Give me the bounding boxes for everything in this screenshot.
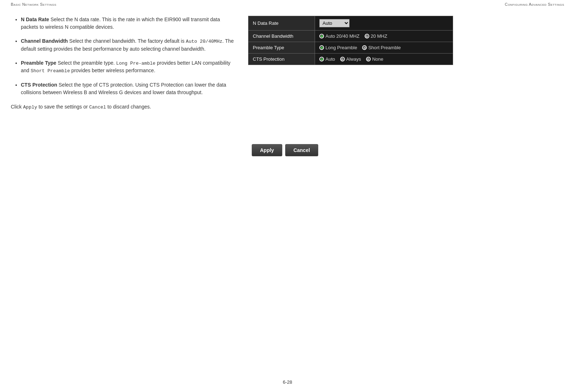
bullet2-text: Select the channel bandwidth. The factor…: [68, 38, 186, 44]
row-cts-protection: CTS Protection Auto Always: [248, 54, 453, 65]
buttons-container: Apply Cancel: [252, 144, 564, 156]
bullet2-bold: Channel Bandwidth: [21, 38, 68, 44]
label-channel-bandwidth: Channel Bandwidth: [248, 31, 315, 42]
bullet3-mono2: Short Preamble: [31, 68, 70, 74]
radio-label-short-preamble: Short Preamble: [368, 45, 401, 50]
radio-cts-none[interactable]: None: [366, 56, 383, 62]
apply-button[interactable]: Apply: [252, 144, 282, 156]
text-column: N Data Rate Select the N data rate. This…: [11, 16, 234, 156]
bullet1-bold: N Data Rate: [21, 17, 49, 22]
bullet3-bold: Preamble Type: [21, 60, 56, 66]
radio-cts-auto[interactable]: Auto: [319, 56, 335, 62]
row-n-data-rate: N Data Rate Auto 1 Mbps 2 Mbps 5.5 Mbps …: [248, 16, 453, 31]
radio-dot-20-mhz: [365, 34, 369, 38]
bullet-list: N Data Rate Select the N data rate. This…: [11, 16, 234, 96]
value-cts-protection: Auto Always None: [315, 54, 453, 65]
bullet-item-4: CTS Protection Select the type of CTS pr…: [21, 81, 234, 96]
bullet-item-3: Preamble Type Select the preamble type. …: [21, 59, 234, 75]
channel-bandwidth-radio-group: Auto 20/40 MHZ 20 MHZ: [319, 33, 448, 39]
footer-mono1: Apply: [23, 105, 37, 110]
value-preamble-type: Long Preamble Short Preamble: [315, 42, 453, 54]
radio-label-cts-none: None: [372, 56, 383, 62]
footer-mono2: Cancel: [89, 105, 106, 110]
radio-label-20-mhz: 20 MHZ: [371, 33, 387, 39]
value-n-data-rate: Auto 1 Mbps 2 Mbps 5.5 Mbps 11 Mbps 54 M…: [315, 16, 453, 31]
row-preamble-type: Preamble Type Long Preamble Short Preamb…: [248, 42, 453, 54]
footer-text1: Click: [11, 104, 23, 110]
radio-label-cts-always: Always: [346, 56, 361, 62]
radio-dot-cts-none: [366, 57, 371, 61]
radio-auto-20-40[interactable]: Auto 20/40 MHZ: [319, 33, 360, 39]
header-right: Configuring Advanced Settings: [505, 2, 564, 6]
radio-dot-auto-20-40: [319, 34, 324, 38]
header-left: Basic Network Settings: [11, 2, 56, 6]
radio-dot-short-preamble: [362, 45, 367, 50]
buttons-area: Apply Cancel: [252, 144, 564, 156]
row-channel-bandwidth: Channel Bandwidth Auto 20/40 MHZ 20 MHZ: [248, 31, 453, 42]
radio-dot-cts-always: [340, 57, 345, 61]
value-channel-bandwidth: Auto 20/40 MHZ 20 MHZ: [315, 31, 453, 42]
preamble-type-radio-group: Long Preamble Short Preamble: [319, 45, 448, 50]
page-number: 6-28: [283, 379, 292, 385]
main-content: N Data Rate Select the N data rate. This…: [0, 9, 575, 163]
n-data-rate-select[interactable]: Auto 1 Mbps 2 Mbps 5.5 Mbps 11 Mbps 54 M…: [319, 19, 350, 27]
settings-table: N Data Rate Auto 1 Mbps 2 Mbps 5.5 Mbps …: [248, 16, 453, 65]
radio-label-long-preamble: Long Preamble: [325, 45, 357, 50]
cancel-button[interactable]: Cancel: [285, 144, 318, 156]
radio-20-mhz[interactable]: 20 MHZ: [365, 33, 387, 39]
radio-long-preamble[interactable]: Long Preamble: [319, 45, 357, 50]
radio-label-auto-20-40: Auto 20/40 MHZ: [325, 33, 360, 39]
radio-dot-cts-auto: [319, 57, 324, 61]
cts-protection-radio-group: Auto Always None: [319, 56, 448, 62]
bullet3-mono1: Long Pre-amble: [116, 61, 155, 66]
bullet-item-2: Channel Bandwidth Select the channel ban…: [21, 37, 234, 53]
footer-text: Click Apply to save the settings or Canc…: [11, 103, 234, 111]
label-cts-protection: CTS Protection: [248, 54, 315, 65]
bullet2-mono: Auto 20/40MHz: [186, 39, 222, 44]
bullet1-text: Select the N data rate. This is the rate…: [21, 17, 220, 30]
radio-label-cts-auto: Auto: [325, 56, 335, 62]
bullet4-bold: CTS Protection: [21, 82, 57, 88]
page-header: Basic Network Settings Configuring Advan…: [0, 0, 575, 9]
bullet3-text: Select the preamble type.: [56, 60, 117, 66]
bullet-item-1: N Data Rate Select the N data rate. This…: [21, 16, 234, 31]
bullet3-text3: provides better wireless performance.: [70, 68, 155, 73]
label-n-data-rate: N Data Rate: [248, 16, 315, 31]
label-preamble-type: Preamble Type: [248, 42, 315, 54]
dropdown-wrapper: Auto 1 Mbps 2 Mbps 5.5 Mbps 11 Mbps 54 M…: [319, 19, 448, 27]
radio-cts-always[interactable]: Always: [340, 56, 361, 62]
settings-column: N Data Rate Auto 1 Mbps 2 Mbps 5.5 Mbps …: [248, 16, 564, 156]
footer-text2: to save the settings or: [37, 104, 89, 110]
radio-short-preamble[interactable]: Short Preamble: [362, 45, 401, 50]
radio-dot-long-preamble: [319, 45, 324, 50]
footer-text3: to discard changes.: [106, 104, 151, 110]
